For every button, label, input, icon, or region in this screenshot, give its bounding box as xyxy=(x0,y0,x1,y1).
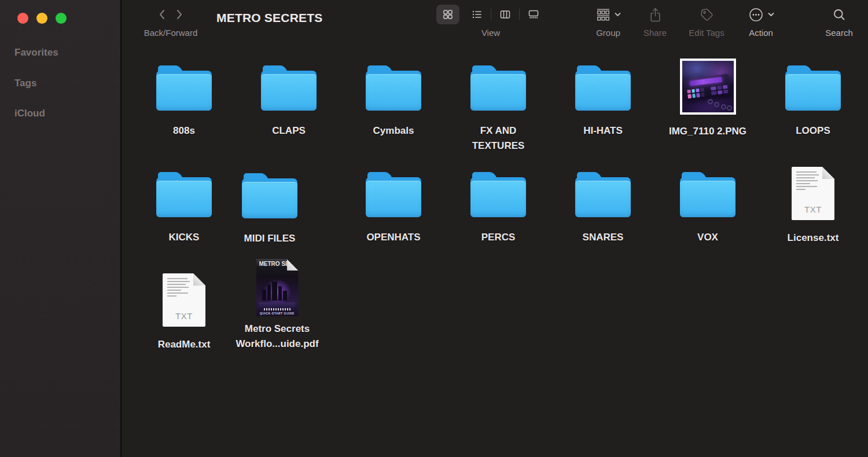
finder-window: Favorites Tags iCloud Back/Forward METRO… xyxy=(0,0,868,457)
file-item[interactable]: IMG_7110 2.PNG xyxy=(656,59,760,139)
chain-art xyxy=(708,98,731,111)
file-label-line: KICKS xyxy=(169,230,200,245)
file-item[interactable]: PERCS xyxy=(446,172,550,245)
file-item[interactable]: Cymbals xyxy=(341,65,446,138)
file-label: 808s xyxy=(173,123,195,138)
file-label-line: VOX xyxy=(697,230,718,245)
file-label-line: LOOPS xyxy=(796,123,830,138)
folder-icon xyxy=(470,172,526,217)
file-label-line: FX AND xyxy=(472,123,525,138)
folder-icon xyxy=(680,172,735,217)
file-label: Metro SecretsWorkflo...uide.pdf xyxy=(236,321,318,352)
pdf-cover-subtitle: QUICK-START GUIDE xyxy=(256,312,299,315)
folder-icon xyxy=(156,65,212,111)
folded-corner xyxy=(193,273,205,286)
folder-icon xyxy=(242,173,297,218)
file-label: VOX xyxy=(697,230,718,245)
file-label-line: OPENHATS xyxy=(366,230,420,245)
txt-file-icon: TXT xyxy=(163,273,205,327)
file-label: ReadMe.txt xyxy=(158,337,211,352)
folded-corner xyxy=(822,167,834,179)
folder-icon xyxy=(156,172,212,217)
file-label-line: ReadMe.txt xyxy=(158,337,211,352)
file-label-line: PERCS xyxy=(481,230,516,245)
folder-icon xyxy=(575,172,631,217)
file-item[interactable]: MIDI FILES xyxy=(218,173,322,246)
file-item[interactable]: CLAPS xyxy=(237,65,341,138)
skyline-art xyxy=(262,281,293,301)
file-label: License.txt xyxy=(788,231,839,246)
file-label: OPENHATS xyxy=(366,230,420,245)
file-label: SNARES xyxy=(583,230,624,245)
file-label-line: TEXTURES xyxy=(472,138,525,153)
file-label-line: CLAPS xyxy=(272,123,306,138)
file-label: MIDI FILES xyxy=(244,231,296,246)
txt-badge: TXT xyxy=(163,311,205,321)
pdf-thumbnail: METRO SECRETSQUICK-START GUIDE xyxy=(256,259,299,316)
file-item[interactable]: 808s xyxy=(132,65,236,138)
folder-icon xyxy=(366,65,421,111)
file-label: KICKS xyxy=(169,230,200,245)
file-item[interactable]: METRO SECRETSQUICK-START GUIDEMetro Secr… xyxy=(225,259,329,352)
file-label: Cymbals xyxy=(373,123,414,138)
folder-icon xyxy=(470,65,526,111)
file-grid: 808sCLAPSCymbalsFX ANDTEXTURESHI-HATSIMG… xyxy=(0,0,868,457)
folded-corner xyxy=(287,259,299,270)
file-label-line: 808s xyxy=(173,123,195,138)
file-label: PERCS xyxy=(481,230,516,245)
folder-icon xyxy=(575,65,631,111)
file-label-line: License.txt xyxy=(788,231,839,246)
file-label: IMG_7110 2.PNG xyxy=(669,124,746,139)
file-label: CLAPS xyxy=(272,123,306,138)
file-item[interactable]: HI-HATS xyxy=(551,65,655,138)
file-label-line: IMG_7110 2.PNG xyxy=(669,124,746,139)
image-art xyxy=(682,61,734,112)
file-label-line: SNARES xyxy=(583,230,624,245)
file-label: FX ANDTEXTURES xyxy=(472,123,525,153)
file-label-line: Cymbals xyxy=(373,123,414,138)
folder-icon xyxy=(261,65,317,111)
file-item[interactable]: TXTReadMe.txt xyxy=(132,273,236,352)
txt-file-icon: TXT xyxy=(792,167,834,220)
file-item[interactable]: TXTLicense.txt xyxy=(761,167,865,246)
file-item[interactable]: OPENHATS xyxy=(341,172,446,245)
file-item[interactable]: SNARES xyxy=(551,172,655,245)
folder-icon xyxy=(366,172,421,217)
file-label-line: HI-HATS xyxy=(583,123,623,138)
drum-machine-art xyxy=(683,74,731,101)
file-label: LOOPS xyxy=(796,123,830,138)
file-label-line: Metro Secrets xyxy=(236,321,318,337)
folder-icon xyxy=(785,65,841,111)
file-item[interactable]: VOX xyxy=(656,172,760,245)
file-label: HI-HATS xyxy=(583,123,623,138)
file-item[interactable]: LOOPS xyxy=(761,65,865,138)
file-label-line: MIDI FILES xyxy=(244,231,296,246)
txt-badge: TXT xyxy=(792,204,834,214)
file-label-line: Workflo...uide.pdf xyxy=(236,337,318,352)
image-thumbnail xyxy=(680,59,736,115)
file-item[interactable]: FX ANDTEXTURES xyxy=(446,65,550,153)
